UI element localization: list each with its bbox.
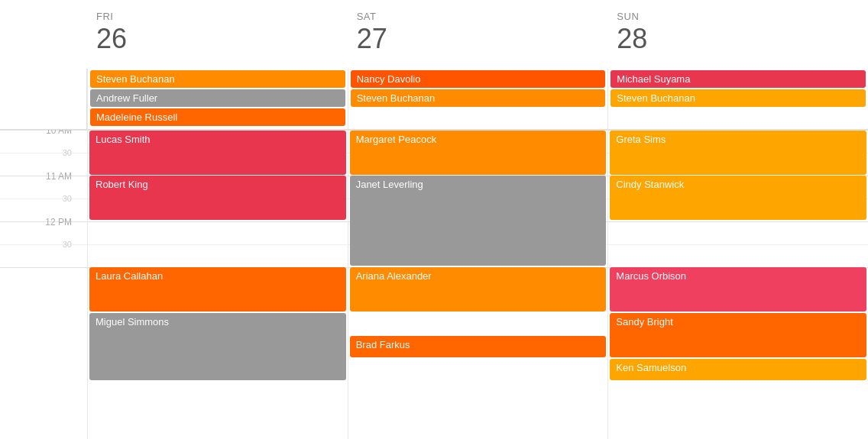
day-header-fri: FRI 26 xyxy=(87,0,348,69)
day-name-sun: SUN xyxy=(617,11,859,22)
day-header-sun: SUN 28 xyxy=(607,0,868,69)
event-laura-callahan[interactable]: Laura Callahan xyxy=(89,267,346,311)
allday-event[interactable]: Steven Buchanan xyxy=(351,89,606,107)
allday-col-sun: Michael Suyama Steven Buchanan xyxy=(607,69,868,129)
event-robert-king[interactable]: Robert King xyxy=(89,176,346,220)
event-miguel-simmons[interactable]: Miguel Simmons xyxy=(89,313,346,380)
grid-row xyxy=(608,244,868,267)
day-number-sun: 28 xyxy=(617,25,859,53)
event-ariana-alexander[interactable]: Ariana Alexander xyxy=(350,267,607,311)
grid-row xyxy=(88,221,348,244)
event-sandy-bright[interactable]: Sandy Bright xyxy=(610,313,866,357)
event-ken-samuelson[interactable]: Ken Samuelson xyxy=(610,359,866,380)
calendar: FRI 26 SAT 27 SUN 28 Steven Buchanan And… xyxy=(0,0,868,439)
timed-body: 10 AM 30 11 AM 30 12 PM 30 xyxy=(0,130,868,439)
day-number-sat: 27 xyxy=(357,25,599,53)
time-gutter-header xyxy=(0,0,87,69)
time-label-extra xyxy=(0,267,87,290)
allday-event[interactable]: Madeleine Russell xyxy=(90,108,345,126)
day-header-sat: SAT 27 xyxy=(348,0,608,69)
event-greta-sims[interactable]: Greta Sims xyxy=(610,131,866,175)
time-label-1230: 30 xyxy=(0,244,87,267)
event-cindy-stanwick[interactable]: Cindy Stanwick xyxy=(610,176,866,220)
timed-col-fri: Lucas Smith Robert King Laura Callahan M… xyxy=(87,130,348,439)
allday-event[interactable]: Andrew Fuller xyxy=(90,89,345,107)
grid-row xyxy=(608,221,868,244)
event-janet-leverling[interactable]: Janet Leverling xyxy=(350,176,607,266)
allday-col-sat: Nancy Davolio Steven Buchanan xyxy=(348,69,608,129)
event-brad-farkus[interactable]: Brad Farkus xyxy=(350,336,607,357)
event-lucas-smith[interactable]: Lucas Smith xyxy=(89,131,346,175)
day-name-sat: SAT xyxy=(357,11,599,22)
grid-row xyxy=(88,244,348,267)
time-gutter: 10 AM 30 11 AM 30 12 PM 30 xyxy=(0,130,87,439)
allday-row: Steven Buchanan Andrew Fuller Madeleine … xyxy=(0,69,868,130)
allday-event[interactable]: Michael Suyama xyxy=(611,70,866,88)
allday-col-fri: Steven Buchanan Andrew Fuller Madeleine … xyxy=(87,69,348,129)
day-number-fri: 26 xyxy=(96,25,338,53)
allday-gutter xyxy=(0,69,87,129)
day-headers: FRI 26 SAT 27 SUN 28 xyxy=(0,0,868,69)
event-marcus-orbison[interactable]: Marcus Orbison xyxy=(610,267,866,311)
allday-event[interactable]: Steven Buchanan xyxy=(611,89,866,107)
timed-col-sat: Margaret Peacock Janet Leverling Ariana … xyxy=(348,130,608,439)
event-margaret-peacock[interactable]: Margaret Peacock xyxy=(350,131,607,175)
day-name-fri: FRI xyxy=(96,11,338,22)
timed-col-sun: Greta Sims Cindy Stanwick Marcus Orbison… xyxy=(607,130,868,439)
allday-event[interactable]: Steven Buchanan xyxy=(90,70,345,88)
allday-event[interactable]: Nancy Davolio xyxy=(351,70,606,88)
